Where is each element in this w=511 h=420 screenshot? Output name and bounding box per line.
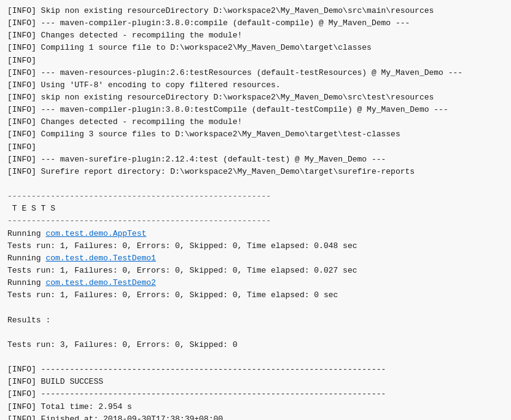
running-apptest: Running com.test.demo.AppTest <box>7 228 504 240</box>
log-line-3: [INFO] Changes detected - recompiling th… <box>7 29 504 42</box>
apptest-link[interactable]: com.test.demo.AppTest <box>45 229 146 238</box>
result-testdemo1: Tests run: 1, Failures: 0, Errors: 0, Sk… <box>7 265 504 277</box>
total-time: [INFO] Total time: 2.954 s <box>7 401 504 413</box>
log-line-1: [INFO] Skip non existing resourceDirecto… <box>7 5 504 17</box>
log-line-30: [INFO] ---------------------------------… <box>7 364 504 376</box>
log-line-blank-1 <box>7 178 504 190</box>
terminal-output: [INFO] Skip non existing resourceDirecto… <box>0 0 511 420</box>
log-line-8: [INFO] skip non existing resourceDirecto… <box>7 91 504 104</box>
build-success: [INFO] BUILD SUCCESS <box>7 376 504 388</box>
log-line-12: [INFO] <box>7 141 504 154</box>
log-line-32: [INFO] ---------------------------------… <box>7 388 504 400</box>
log-line-blank-3 <box>7 327 504 339</box>
log-line-9: [INFO] --- maven-compiler-plugin:3.8.0:t… <box>7 104 504 116</box>
tests-header: T E S T S <box>7 203 504 215</box>
log-line-13: [INFO] --- maven-surefire-plugin:2.12.4:… <box>7 154 504 166</box>
testdemo1-link[interactable]: com.test.demo.TestDemo1 <box>45 254 155 263</box>
log-line-blank-2 <box>7 301 504 314</box>
log-line-7: [INFO] Using 'UTF-8' encoding to copy fi… <box>7 79 504 91</box>
separator-1: ----------------------------------------… <box>7 190 504 203</box>
log-line-4: [INFO] Compiling 1 source file to D:\wor… <box>7 42 504 54</box>
result-apptest: Tests run: 1, Failures: 0, Errors: 0, Sk… <box>7 240 504 252</box>
result-testdemo2: Tests run: 1, Failures: 0, Errors: 0, Sk… <box>7 289 504 301</box>
results-label: Results : <box>7 314 504 327</box>
running-testdemo2: Running com.test.demo.TestDemo2 <box>7 277 504 289</box>
running-testdemo1: Running com.test.demo.TestDemo1 <box>7 252 504 265</box>
testdemo2-link[interactable]: com.test.demo.TestDemo2 <box>45 278 155 287</box>
separator-2: ----------------------------------------… <box>7 215 504 227</box>
log-line-6: [INFO] --- maven-resources-plugin:2.6:te… <box>7 67 504 79</box>
log-line-14: [INFO] Surefire report directory: D:\wor… <box>7 166 504 178</box>
log-line-5: [INFO] <box>7 55 504 67</box>
log-line-2: [INFO] --- maven-compiler-plugin:3.8.0:c… <box>7 17 504 29</box>
tests-summary: Tests run: 3, Failures: 0, Errors: 0, Sk… <box>7 339 504 351</box>
log-line-10: [INFO] Changes detected - recompiling th… <box>7 116 504 128</box>
finished-at: [INFO] Finished at: 2018-09-30T17:38:39+… <box>7 413 504 420</box>
log-line-11: [INFO] Compiling 3 source files to D:\wo… <box>7 128 504 141</box>
log-line-blank-4 <box>7 351 504 364</box>
